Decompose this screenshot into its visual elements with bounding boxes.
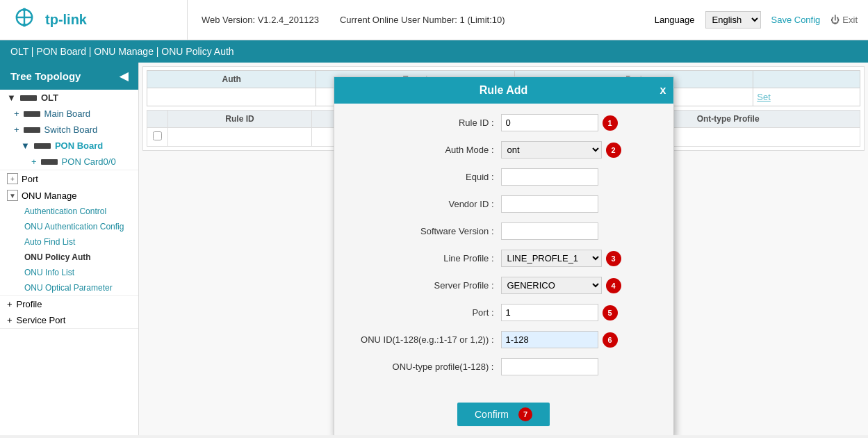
sidebar: Tree Topology ◀ ▼ OLT + Port Main Board … bbox=[0, 63, 139, 435]
web-version: Web Version: V1.2.4_201123 bbox=[202, 15, 319, 25]
logo-area: tp-link bbox=[0, 0, 188, 40]
expand-icon-pon-card: + bbox=[31, 156, 37, 167]
onu-id-row: ONU ID(1-128(e.g.:1-17 or 1,2)) : 6 bbox=[348, 331, 660, 348]
rule-id-input[interactable] bbox=[501, 114, 598, 131]
svg-point-4 bbox=[23, 23, 26, 26]
server-profile-select[interactable]: GENERICO bbox=[501, 277, 602, 294]
menu-port-section: + Port ▼ ONU Manage Authentication Contr… bbox=[0, 170, 138, 296]
switch-board-label: Switch Board bbox=[44, 124, 98, 135]
server-profile-label: Server Profile : bbox=[348, 280, 501, 291]
power-icon: ⏻ bbox=[830, 15, 840, 25]
online-users: Current Online User Number: 1 (Limit:10) bbox=[340, 15, 505, 25]
rule-id-label: Rule ID : bbox=[348, 117, 501, 128]
step-badge-3: 3 bbox=[606, 251, 621, 266]
modal-header: Rule Add x bbox=[334, 77, 673, 104]
onu-auth-config-label: ONU Authentication Config bbox=[24, 222, 124, 232]
main-board-label-text: Main Board bbox=[44, 108, 90, 119]
switch-board-icon bbox=[24, 127, 40, 133]
sidebar-item-onu-info-list[interactable]: ONU Info List bbox=[0, 265, 138, 280]
sidebar-item-port[interactable]: + Port bbox=[0, 170, 138, 187]
sidebar-item-auth-control[interactable]: Authentication Control bbox=[0, 204, 138, 219]
language-label: Language bbox=[655, 15, 695, 25]
line-profile-row: Line Profile : LINE_PROFLE_1 3 bbox=[348, 250, 660, 267]
auth-mode-select[interactable]: ont bbox=[501, 141, 602, 159]
software-version-label: Software Version : bbox=[348, 226, 501, 236]
auth-mode-row: Auth Mode : ont 2 bbox=[348, 141, 660, 159]
confirm-step-badge: 7 bbox=[518, 407, 532, 421]
rule-id-row: Rule ID : 1 bbox=[348, 114, 660, 131]
equid-label: Equid : bbox=[348, 172, 501, 182]
onu-manage-link: ▼ ONU Manage bbox=[7, 190, 76, 201]
port-input[interactable] bbox=[501, 304, 598, 321]
modal-close-button[interactable]: x bbox=[660, 84, 666, 97]
step-badge-2: 2 bbox=[606, 143, 621, 158]
sidebar-item-profile[interactable]: + Profile bbox=[0, 296, 138, 312]
step-badge-6: 6 bbox=[603, 332, 618, 348]
breadcrumb: OLT | PON Board | ONU Manage | ONU Polic… bbox=[0, 40, 868, 63]
auto-find-list-label: Auto Find List bbox=[24, 237, 75, 247]
server-profile-row: Server Profile : GENERICO 4 bbox=[348, 277, 660, 294]
sidebar-collapse-button[interactable]: ◀ bbox=[120, 70, 128, 83]
language-select[interactable]: English Chinese bbox=[705, 11, 761, 29]
rule-add-modal: Rule Add x Rule ID : 1 Auth Mode : ont bbox=[334, 76, 674, 435]
expand-icon-main: + bbox=[14, 108, 19, 119]
sidebar-item-onu-optical-param[interactable]: ONU Optical Parameter bbox=[0, 280, 138, 295]
logo-text: tp-link bbox=[45, 12, 87, 28]
onu-manage-expand-icon: ▼ bbox=[7, 190, 18, 201]
expand-icon-switch: + bbox=[14, 124, 19, 135]
confirm-label: Confirm bbox=[475, 409, 509, 420]
exit-button[interactable]: ⏻ Exit bbox=[830, 15, 858, 25]
sidebar-item-auto-find-list[interactable]: Auto Find List bbox=[0, 234, 138, 250]
sidebar-item-onu-auth-config[interactable]: ONU Authentication Config bbox=[0, 219, 138, 234]
vendor-id-label: Vendor ID : bbox=[348, 199, 501, 209]
main-board-icon bbox=[24, 111, 40, 117]
onu-id-input[interactable] bbox=[501, 331, 598, 348]
auth-control-label: Authentication Control bbox=[24, 206, 106, 216]
tree-item-main-board[interactable]: + Port Main Board bbox=[0, 106, 138, 122]
tree-item-olt[interactable]: ▼ OLT bbox=[0, 90, 138, 106]
svg-point-3 bbox=[23, 8, 26, 11]
modal-body: Rule ID : 1 Auth Mode : ont 2 E bbox=[334, 104, 673, 396]
modal-overlay: Rule Add x Rule ID : 1 Auth Mode : ont bbox=[139, 63, 868, 435]
tree-section: ▼ OLT + Port Main Board + Switch Board ▼… bbox=[0, 90, 138, 170]
sidebar-item-service-port[interactable]: + Service Port bbox=[0, 312, 138, 328]
confirm-button[interactable]: Confirm 7 bbox=[457, 403, 550, 426]
port-row: Port : 5 bbox=[348, 304, 660, 321]
equid-input[interactable] bbox=[501, 168, 598, 186]
pon-card-icon bbox=[41, 159, 58, 165]
auth-mode-label: Auth Mode : bbox=[348, 145, 501, 155]
expand-icon-olt: ▼ bbox=[7, 92, 16, 103]
onu-info-list-label: ONU Info List bbox=[24, 268, 74, 277]
header-info: Web Version: V1.2.4_201123 Current Onlin… bbox=[188, 15, 655, 25]
sidebar-item-onu-policy-auth[interactable]: ONU Policy Auth bbox=[0, 250, 138, 265]
onu-policy-auth-label: ONU Policy Auth bbox=[24, 252, 91, 262]
line-profile-select[interactable]: LINE_PROFLE_1 bbox=[501, 250, 602, 267]
software-version-input[interactable] bbox=[501, 222, 598, 240]
onu-id-label: ONU ID(1-128(e.g.:1-17 or 1,2)) : bbox=[348, 334, 501, 345]
header-actions: Language English Chinese Save Config ⏻ E… bbox=[655, 11, 868, 29]
expand-icon-pon: ▼ bbox=[21, 140, 30, 151]
tree-item-switch-board[interactable]: + Switch Board bbox=[0, 122, 138, 138]
software-version-row: Software Version : bbox=[348, 222, 660, 240]
save-config-button[interactable]: Save Config bbox=[771, 15, 821, 25]
tree-item-pon-board[interactable]: ▼ PON Board bbox=[0, 138, 138, 154]
olt-icon bbox=[20, 95, 37, 101]
sidebar-header: Tree Topology ◀ bbox=[0, 63, 138, 90]
onu-type-profile-label: ONU-type profile(1-128) : bbox=[348, 362, 501, 372]
modal-footer: Confirm 7 bbox=[334, 396, 673, 435]
step-badge-4: 4 bbox=[606, 278, 621, 293]
onu-type-profile-row: ONU-type profile(1-128) : bbox=[348, 358, 660, 375]
tp-link-logo bbox=[10, 6, 38, 34]
sidebar-item-onu-manage[interactable]: ▼ ONU Manage bbox=[0, 187, 138, 204]
olt-label: OLT bbox=[41, 92, 58, 103]
profile-expand-icon: + bbox=[7, 299, 13, 309]
onu-type-profile-input[interactable] bbox=[501, 358, 598, 375]
content-area: Auth Target Port PON0/0/6 Set bbox=[139, 63, 868, 435]
tree-item-pon-card[interactable]: + PON Card0/0 bbox=[0, 154, 138, 170]
sidebar-title: Tree Topology bbox=[10, 70, 81, 82]
onu-optical-param-label: ONU Optical Parameter bbox=[24, 283, 113, 293]
menu-profile-section: + Profile + Service Port bbox=[0, 296, 138, 329]
port-link: + Port bbox=[7, 173, 38, 184]
vendor-id-input[interactable] bbox=[501, 195, 598, 213]
service-port-expand-icon: + bbox=[7, 315, 13, 325]
